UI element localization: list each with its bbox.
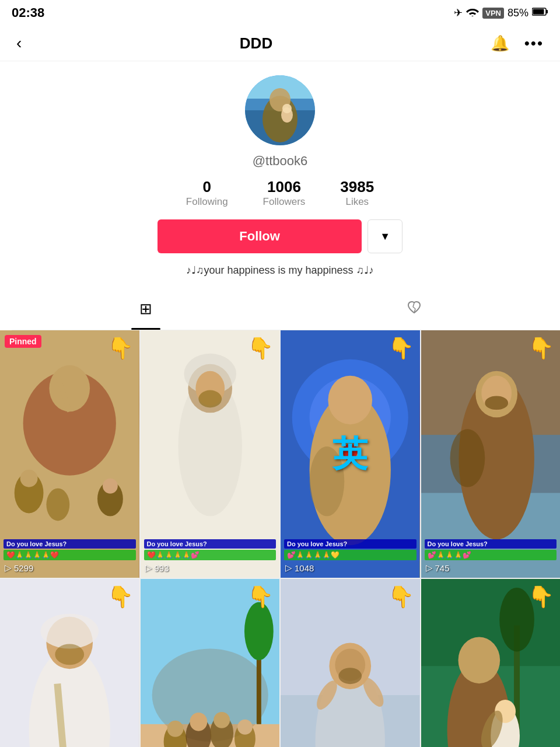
- battery-icon: [532, 7, 548, 19]
- video-card[interactable]: 👇 Do you love Jesus? 💕🙏🙏🙏💕 ▷ 745: [421, 330, 561, 578]
- video-emojis: ❤️🙏🙏🙏🙏❤️: [4, 550, 136, 560]
- likes-label: Likes: [345, 196, 369, 208]
- svg-point-77: [458, 637, 500, 684]
- status-time: 02:38: [12, 5, 44, 20]
- svg-point-21: [46, 488, 69, 521]
- followers-label: Followers: [263, 196, 306, 208]
- svg-point-47: [40, 614, 99, 649]
- svg-point-33: [328, 376, 372, 425]
- svg-point-60: [237, 720, 253, 735]
- video-emojis: ❤️🙏🙏🙏🙏💕: [144, 550, 276, 560]
- finger-icon: 👇: [528, 585, 554, 609]
- text-overlay: Do you love Jesus? 💕🙏🙏🙏🙏💛: [281, 539, 420, 560]
- svg-point-62: [244, 602, 273, 661]
- svg-point-49: [55, 644, 84, 665]
- play-number: 1048: [295, 563, 314, 573]
- finger-icon: 👇: [247, 585, 274, 609]
- likes-count: 3985: [340, 178, 374, 196]
- tabs-row: ⊞: [12, 288, 548, 330]
- play-number: 745: [435, 563, 450, 573]
- bio: ♪♩♫your happiness is my happiness ♫♩♪: [186, 264, 374, 277]
- tab-liked[interactable]: [280, 288, 548, 330]
- avatar: [245, 75, 315, 145]
- video-emojis: 💕🙏🙏🙏🙏💛: [284, 550, 416, 560]
- likes-stat[interactable]: 3985 Likes: [340, 178, 374, 208]
- finger-icon: 👇: [388, 336, 414, 361]
- svg-point-68: [338, 668, 362, 684]
- play-number: 5299: [14, 563, 33, 573]
- following-label: Following: [186, 196, 228, 208]
- play-icon: ▷: [426, 563, 433, 573]
- video-title: Do you love Jesus?: [425, 539, 557, 549]
- play-number: 993: [155, 563, 169, 573]
- profile-section: @ttbook6 0 Following 1006 Followers 3985…: [0, 61, 560, 330]
- svg-line-11: [413, 303, 414, 307]
- followers-count: 1006: [267, 178, 301, 196]
- finger-icon: 👇: [528, 336, 554, 361]
- heart-broken-icon: [406, 299, 422, 315]
- play-count: ▷ 1048: [285, 563, 314, 573]
- pinned-badge: Pinned: [5, 335, 41, 348]
- status-icons: ✈ VPN 85%: [454, 6, 548, 19]
- vpn-badge: VPN: [482, 8, 504, 19]
- svg-point-20: [103, 479, 118, 494]
- finger-icon: 👇: [247, 336, 274, 361]
- more-icon: •••: [524, 34, 544, 52]
- username: @ttbook6: [253, 153, 308, 169]
- status-bar: 02:38 ✈ VPN 85%: [0, 0, 560, 26]
- avatar-image: [245, 75, 315, 145]
- tab-grid[interactable]: ⊞: [12, 288, 280, 330]
- play-count: ▷ 5299: [5, 563, 33, 573]
- liked-icon: [406, 299, 422, 319]
- finger-icon: 👇: [388, 585, 414, 609]
- stats-row: 0 Following 1006 Followers 3985 Likes: [186, 178, 374, 208]
- video-card[interactable]: Pinned 👇 Do you love Jesus? ❤️🙏🙏🙏🙏❤️ ▷ 5…: [0, 330, 139, 578]
- play-count: ▷ 993: [145, 563, 169, 573]
- dropdown-button[interactable]: ▼: [368, 219, 402, 253]
- followers-stat[interactable]: 1006 Followers: [263, 178, 306, 208]
- svg-line-12: [413, 307, 415, 309]
- svg-point-28: [198, 390, 222, 408]
- svg-point-56: [190, 713, 207, 731]
- video-card[interactable]: 👇 Do you love Jesus? ❤️🙏🙏🙏🙏💙 ▷ 1098: [0, 579, 139, 747]
- back-icon: ‹: [16, 34, 22, 52]
- video-grid: Pinned 👇 Do you love Jesus? ❤️🙏🙏🙏🙏❤️ ▷ 5…: [0, 330, 560, 747]
- following-stat[interactable]: 0 Following: [186, 178, 228, 208]
- chinese-char: 英: [332, 431, 368, 478]
- more-button[interactable]: •••: [522, 32, 546, 55]
- svg-rect-1: [546, 10, 548, 13]
- svg-point-54: [167, 721, 183, 737]
- bell-icon: 🔔: [491, 34, 509, 52]
- follow-row: Follow ▼: [158, 219, 402, 253]
- play-icon: ▷: [285, 563, 292, 573]
- header-right: 🔔 •••: [488, 32, 546, 55]
- video-card[interactable]: 英 👇 Do you love Jesus? 💕🙏🙏🙏🙏💛 ▷ 1048: [281, 330, 420, 578]
- svg-rect-2: [533, 9, 544, 14]
- text-overlay: Do you love Jesus? ❤️🙏🙏🙏🙏💕: [141, 539, 280, 560]
- following-count: 0: [202, 178, 211, 196]
- svg-point-18: [20, 470, 38, 487]
- video-card[interactable]: 👇 Do you love Jesus? ❤️🙏🙏🙏💕 ▷ 995: [281, 579, 420, 747]
- battery-text: 85%: [508, 7, 528, 19]
- grid-icon: ⊞: [139, 300, 152, 318]
- wifi-icon: [466, 7, 479, 19]
- back-button[interactable]: ‹: [14, 32, 24, 55]
- play-icon: ▷: [145, 563, 152, 573]
- video-card[interactable]: 👇 Do you love Jesus? ❤️🙏🙏🙏🙏💕 ▷ 995: [141, 579, 280, 747]
- header: ‹ DDD 🔔 •••: [0, 26, 560, 61]
- video-emojis: 💕🙏🙏🙏💕: [425, 550, 557, 560]
- video-card[interactable]: 👇 Do you love Jesus? ❤️❤️🙏🙏❤️❤️ and all …: [421, 579, 561, 747]
- play-count: ▷ 745: [426, 563, 450, 573]
- play-icon: ▷: [5, 563, 12, 573]
- airplane-icon: ✈: [454, 6, 463, 19]
- video-title: Do you love Jesus?: [4, 539, 136, 549]
- video-card[interactable]: 👇 Do you love Jesus? ❤️🙏🙏🙏🙏💕 ▷ 993: [141, 330, 280, 578]
- page-title: DDD: [24, 34, 488, 53]
- svg-point-42: [450, 429, 485, 487]
- svg-point-10: [282, 104, 292, 113]
- finger-icon: 👇: [107, 585, 134, 609]
- follow-button[interactable]: Follow: [158, 219, 362, 253]
- finger-icon: 👇: [107, 336, 134, 361]
- notification-button[interactable]: 🔔: [488, 32, 512, 55]
- text-overlay: Do you love Jesus? ❤️🙏🙏🙏🙏❤️: [0, 539, 139, 560]
